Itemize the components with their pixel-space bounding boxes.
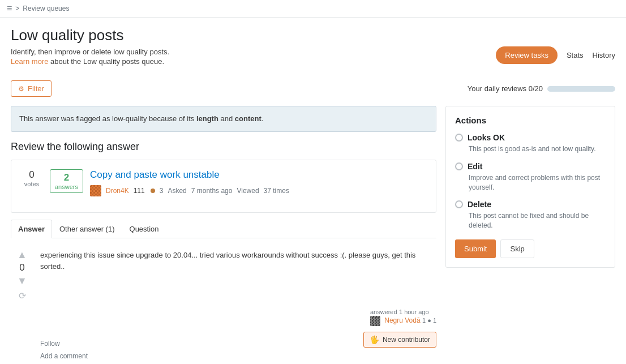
filter-bar: ⚙ Filter Your daily reviews 0/20 [11, 75, 615, 97]
tab-answer[interactable]: Answer [11, 220, 52, 238]
daily-reviews-text: Your daily reviews 0/20 [468, 84, 543, 93]
question-title[interactable]: Copy and paste work unstable [90, 169, 220, 180]
page-desc-text: Identify, then improve or delete low qua… [11, 48, 169, 56]
answers-count: 2 [55, 172, 78, 183]
vote-actions: ▲ 0 ▼ ⟳ [11, 250, 33, 301]
question-username[interactable]: Dron4K [106, 187, 129, 195]
menu-icon[interactable]: ≡ [7, 3, 12, 14]
tabs-bar: Answer Other answer (1) Question [11, 220, 436, 238]
actions-panel: Actions Looks OK This post is good as-is… [445, 106, 615, 268]
answer-footer: Follow answered 1 hour ago Negru Vodă 1 … [11, 308, 436, 348]
answer-vote-count: 0 [19, 262, 24, 273]
follow-link[interactable]: Follow [40, 340, 60, 348]
action-delete-text: Delete [468, 200, 491, 209]
user-avatar [90, 185, 101, 196]
answered-info: answered 1 hour ago Negru Vodă 1 ● 1 [363, 308, 436, 326]
action-edit-label[interactable]: Edit [455, 162, 606, 171]
vote-count: 0 [20, 169, 43, 181]
answers-label: answers [55, 183, 78, 190]
answered-user-block: answered 1 hour ago Negru Vodă 1 ● 1 [370, 308, 436, 326]
content-area: This answer was flagged as low-quality b… [11, 106, 615, 364]
review-tasks-button[interactable]: Review tasks [496, 46, 558, 64]
answer-avatar [370, 316, 380, 326]
vote-down-icon[interactable]: ▼ [17, 276, 27, 286]
action-looks-ok-label[interactable]: Looks OK [455, 133, 606, 142]
learn-more-suffix: about the Low quality posts queue. [50, 57, 164, 66]
gear-icon: ⚙ [18, 85, 24, 93]
action-looks-ok: Looks OK This post is good as-is and not… [455, 133, 606, 154]
page-title: Low quality posts [11, 27, 615, 44]
review-heading: Review the following answer [11, 141, 436, 153]
daily-reviews: Your daily reviews 0/20 [468, 84, 615, 93]
bronze-badge [151, 189, 155, 193]
answer-text: experiencing this issue since upgrade to… [40, 250, 436, 301]
stats-link[interactable]: Stats [567, 51, 584, 59]
answered-time: 1 hour ago [399, 309, 429, 315]
answer-username[interactable]: Negru Vodă [384, 316, 420, 324]
action-edit-desc: Improve and correct problems with this p… [469, 173, 606, 192]
vote-label: votes [20, 181, 43, 187]
top-bar: ≡ > Review queues [0, 0, 626, 18]
action-edit-text: Edit [468, 162, 482, 171]
header-actions: Review tasks Stats History [496, 46, 615, 64]
action-delete: Delete This post cannot be fixed and sho… [455, 200, 606, 230]
filter-button[interactable]: ⚙ Filter [11, 80, 52, 97]
vote-section: 0 votes [20, 169, 43, 187]
asked-label: Asked [168, 187, 186, 195]
answer-area: ▲ 0 ▼ ⟳ experiencing this issue since up… [11, 245, 436, 365]
radio-edit[interactable] [455, 162, 463, 170]
learn-more-link[interactable]: Learn more [11, 57, 48, 66]
radio-looks-ok[interactable] [455, 134, 463, 142]
skip-button[interactable]: Skip [500, 239, 534, 258]
history-link[interactable]: History [593, 51, 615, 59]
question-badge-count: 3 [160, 187, 164, 195]
breadcrumb-separator: > [15, 5, 19, 12]
notice-text-middle: and [218, 114, 235, 123]
action-edit: Edit Improve and correct problems with t… [455, 162, 606, 192]
answer-user-rep: 1 ● 1 [422, 317, 436, 324]
tab-question[interactable]: Question [122, 220, 166, 238]
actions-title: Actions [455, 115, 606, 125]
breadcrumb: ≡ > Review queues [7, 3, 69, 14]
action-delete-desc: This post cannot be fixed and should be … [469, 211, 606, 230]
question-card: 0 votes 2 answers Copy and paste work un… [11, 160, 436, 213]
new-contributor-label: New contributor [383, 336, 430, 344]
action-looks-ok-text: Looks OK [468, 133, 505, 142]
side-panel: Actions Looks OK This post is good as-is… [445, 106, 615, 364]
answer-content-row: ▲ 0 ▼ ⟳ experiencing this issue since up… [11, 250, 436, 301]
progress-bar-container [547, 86, 615, 92]
question-rep: 111 [134, 187, 145, 195]
action-delete-label[interactable]: Delete [455, 200, 606, 209]
answers-box: 2 answers [50, 169, 83, 193]
submit-button[interactable]: Submit [455, 239, 496, 258]
tab-other-answer[interactable]: Other answer (1) [52, 220, 122, 238]
add-comment-link[interactable]: Add a comment [11, 352, 436, 360]
vote-up-icon[interactable]: ▲ [17, 250, 27, 260]
viewed-label: Viewed [237, 187, 259, 195]
breadcrumb-link[interactable]: Review queues [23, 5, 69, 12]
viewed-times: 37 times [264, 187, 289, 195]
question-title-section: Copy and paste work unstable Dron4K 111 … [90, 169, 289, 196]
history-icon[interactable]: ⟳ [19, 290, 26, 301]
question-meta: 0 votes 2 answers Copy and paste work un… [20, 169, 427, 196]
radio-delete[interactable] [455, 200, 463, 208]
new-contrib-wrap: 🖐 New contributor [363, 328, 436, 348]
actions-btns: Submit Skip [455, 239, 606, 258]
answered-label: answered [370, 309, 397, 315]
notice-text-before: This answer was flagged as low-quality b… [19, 114, 196, 123]
notice-text-after: . [261, 114, 264, 123]
new-contributor-icon: 🖐 [370, 335, 379, 344]
asked-time: 7 months ago [191, 187, 233, 195]
new-contributor-badge: 🖐 New contributor [363, 332, 436, 348]
filter-label: Filter [28, 84, 44, 93]
notice-bold1: length [196, 114, 218, 123]
question-info: Dron4K 111 3 Asked 7 months ago Viewed 3… [90, 185, 289, 196]
answered-by-block: answered 1 hour ago Negru Vodă 1 ● 1 🖐 [363, 308, 436, 348]
main-panel: This answer was flagged as low-quality b… [11, 106, 436, 364]
action-looks-ok-desc: This post is good as-is and not low qual… [469, 144, 606, 154]
flag-notice: This answer was flagged as low-quality b… [11, 106, 436, 132]
notice-bold2: content [235, 114, 261, 123]
